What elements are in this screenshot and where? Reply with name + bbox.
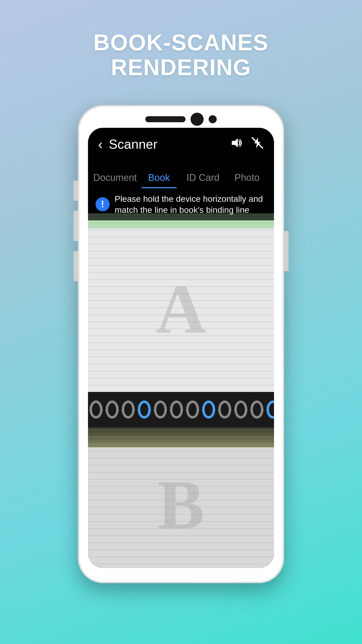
tab-document[interactable]: Document <box>93 172 137 188</box>
svg-marker-0 <box>232 138 238 147</box>
spiral-binding <box>88 392 274 427</box>
tabs-bar: Document Book ID Card Photo <box>88 160 274 188</box>
app-title: Scanner <box>109 137 230 152</box>
app-header: ‹ Scanner <box>88 128 274 160</box>
page-a-letter: A <box>156 268 206 350</box>
volume-down-button <box>73 211 78 241</box>
back-button[interactable]: ‹ <box>98 136 103 152</box>
spiral-coils <box>88 399 274 420</box>
info-icon: ! <box>96 197 110 211</box>
camera-lens-main <box>191 113 204 126</box>
tab-photo[interactable]: Photo <box>225 172 269 188</box>
volume-up-button <box>73 181 78 201</box>
phone-mockup: A B ‹ Scanner <box>78 105 284 583</box>
tab-id-card[interactable]: ID Card <box>181 172 225 188</box>
page-b: B <box>88 427 274 568</box>
camera-lens-secondary <box>209 115 217 123</box>
phone-screen: A B ‹ Scanner <box>88 128 274 568</box>
page-b-letter: B <box>158 464 205 545</box>
flash-icon[interactable] <box>251 136 264 152</box>
power-button <box>284 231 289 271</box>
info-text: Please hold the device horizontally and … <box>115 193 266 215</box>
page-a: A <box>88 213 274 405</box>
silent-switch <box>73 251 78 281</box>
phone-notch <box>145 113 217 126</box>
info-banner: ! Please hold the device horizontally an… <box>88 188 274 220</box>
tab-book[interactable]: Book <box>137 172 181 188</box>
page-title: BOOK-SCANES RENDERING <box>93 30 268 80</box>
sound-icon[interactable] <box>230 136 243 152</box>
header-icons <box>230 136 264 152</box>
speaker-bar <box>145 116 186 122</box>
